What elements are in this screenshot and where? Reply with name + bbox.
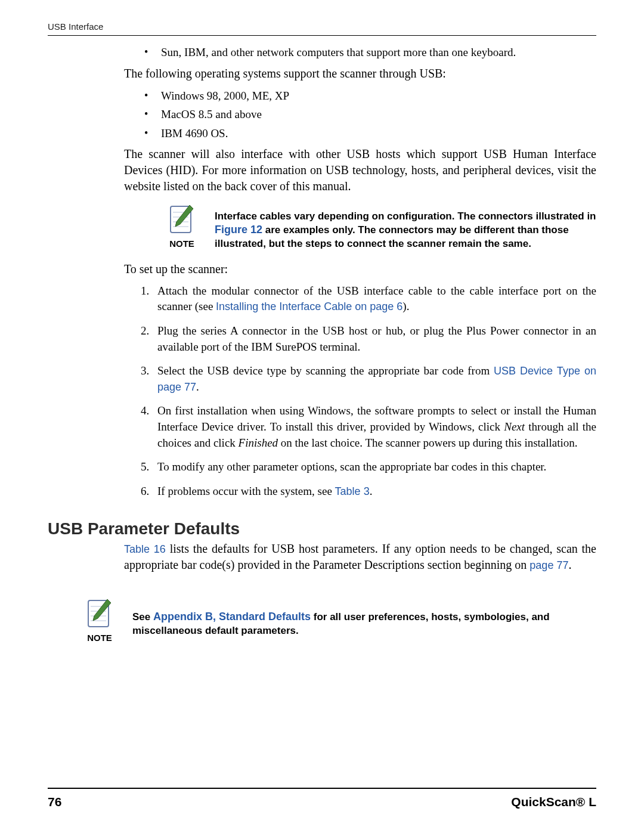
page-footer: 76 QuickScan® L (48, 788, 596, 809)
step-text: If problems occur with the system, see (157, 485, 335, 497)
setup-intro: To set up the scanner: (124, 261, 596, 277)
intro-bullet-list: Sun, IBM, and other network computers th… (124, 44, 596, 61)
step-item: Plug the series A connector in the USB h… (141, 323, 596, 355)
step-text: . (370, 485, 373, 497)
body-column: Sun, IBM, and other network computers th… (124, 44, 596, 499)
step-item: Select the USB device type by scanning t… (141, 363, 596, 395)
paragraph-text: lists the defaults for USB host paramete… (124, 542, 596, 571)
document-title: QuickScan® L (511, 795, 596, 809)
italic-finished: Finished (239, 436, 278, 449)
table-3-link[interactable]: Table 3 (335, 485, 370, 497)
page-77-link[interactable]: page 77 (530, 559, 568, 571)
step-text: . (196, 380, 199, 393)
step-item: On first installation when using Windows… (141, 403, 596, 451)
notepad-icon (85, 597, 114, 630)
os-intro-text: The following operating systems support … (124, 66, 596, 82)
step-item: If problems occur with the system, see T… (141, 484, 596, 500)
installing-cable-link[interactable]: Installing the Interface Cable on page 6 (216, 301, 402, 312)
step-text: on the last choice. The scanner powers u… (278, 436, 578, 449)
step-item: To modify any other parameter options, s… (141, 459, 596, 475)
paragraph-text: . (568, 558, 571, 571)
setup-steps: Attach the modular connector of the USB … (124, 283, 596, 500)
note-text-pre: See (132, 611, 153, 623)
section-heading-usb-defaults: USB Parameter Defaults (48, 519, 596, 538)
defaults-paragraph: Table 16 lists the defaults for USB host… (124, 541, 596, 573)
note-block: NOTE See Appendix B, Standard Defaults f… (78, 597, 596, 643)
hid-paragraph: The scanner will also interface with oth… (124, 146, 596, 194)
list-item: IBM 4690 OS. (144, 125, 596, 142)
list-item: MacOS 8.5 and above (144, 106, 596, 123)
italic-next: Next (504, 420, 525, 433)
note-label: NOTE (160, 239, 204, 249)
step-text: Select the USB device type by scanning t… (157, 364, 494, 377)
note-label: NOTE (78, 633, 122, 643)
figure-12-link[interactable]: Figure 12 (215, 224, 262, 236)
page: USB Interface Sun, IBM, and other networ… (0, 0, 644, 833)
running-header: USB Interface (48, 21, 596, 36)
note-text-post: are examples only. The connectors may be… (215, 224, 569, 249)
list-item: Windows 98, 2000, ME, XP (144, 88, 596, 104)
list-item: Sun, IBM, and other network computers th… (144, 44, 596, 61)
step-item: Attach the modular connector of the USB … (141, 283, 596, 315)
os-bullet-list: Windows 98, 2000, ME, XP MacOS 8.5 and a… (124, 88, 596, 142)
notepad-icon (167, 203, 197, 236)
table-16-link[interactable]: Table 16 (124, 543, 166, 555)
note-text-pre: Interface cables vary depending on confi… (215, 210, 596, 222)
note-icon-wrap: NOTE (78, 597, 122, 643)
note-text: Interface cables vary depending on confi… (215, 203, 596, 250)
body-column: Table 16 lists the defaults for USB host… (124, 541, 596, 573)
note-text: See Appendix B, Standard Defaults for al… (132, 597, 596, 637)
note-icon-wrap: NOTE (160, 203, 204, 249)
page-number: 76 (48, 795, 61, 809)
step-text: ). (402, 300, 409, 312)
appendix-b-link[interactable]: Appendix B, Standard Defaults (153, 611, 311, 623)
note-block: NOTE Interface cables vary depending on … (160, 203, 596, 250)
